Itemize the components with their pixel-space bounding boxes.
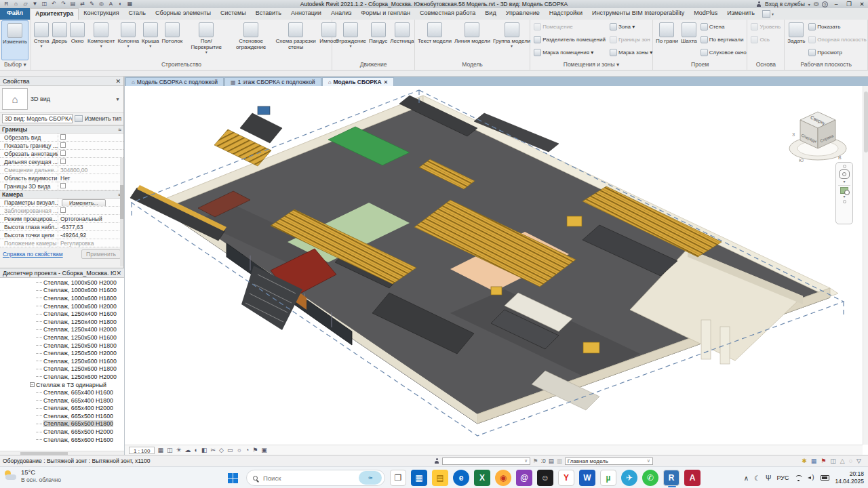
qat-icon[interactable]: ↶ xyxy=(50,1,58,7)
ribbon-tab[interactable]: Сборные элементы xyxy=(151,8,216,20)
tree-item[interactable]: Стеллаж, 665x600 H1600 xyxy=(0,436,124,444)
ribbon-button[interactable]: Слуховое окно xyxy=(698,46,749,59)
tree-collapse-box[interactable]: – xyxy=(30,382,35,387)
ribbon-button[interactable]: Дверь xyxy=(50,20,68,60)
search-input[interactable] xyxy=(262,474,355,483)
ribbon-button[interactable]: Группа модели ▾ xyxy=(492,20,532,60)
property-row[interactable]: Высота глаза набл... -6377,63 xyxy=(0,223,123,231)
ribbon-button[interactable]: Изменить xyxy=(1,20,28,60)
ribbon-button[interactable]: Помещение xyxy=(532,20,608,33)
properties-help-link[interactable]: Справка по свойствам xyxy=(3,251,63,258)
taskbar-app-icon[interactable]: ✈ xyxy=(621,470,637,486)
design-option-select[interactable]: Главная модель∨ xyxy=(565,458,653,465)
tray-chevron-icon[interactable]: ∧ xyxy=(744,474,749,482)
property-checkbox[interactable] xyxy=(60,134,66,140)
navigation-bar[interactable]: ▾ ▾ xyxy=(835,162,853,224)
view-type-select[interactable]: 3D вид: Модель СБОРКА∨ xyxy=(2,114,73,123)
view-control-icon[interactable]: ⚑ xyxy=(252,446,258,455)
ribbon-group-label[interactable]: Основа xyxy=(749,60,783,69)
tree-item[interactable]: Стеллаж, 1000x600 H1800 xyxy=(0,294,124,302)
property-row[interactable]: Границы 3D вида xyxy=(0,182,123,190)
signin-button[interactable]: Вход в службы xyxy=(765,1,805,7)
microphone-icon[interactable]: Ψ xyxy=(766,474,771,482)
signin-dropdown-icon[interactable]: ▾ xyxy=(808,2,810,7)
tree-item[interactable]: Стеллаж, 1000x600 H1600 xyxy=(0,287,124,295)
view-control-icon[interactable]: ◫ xyxy=(167,446,173,455)
volume-icon[interactable] xyxy=(808,475,815,481)
tree-item[interactable]: Стеллаж, 1250x400 H1800 xyxy=(0,318,124,326)
tree-item[interactable]: Стеллаж, 1250x600 H1800 xyxy=(0,365,124,373)
ribbon-group-label[interactable]: Проем xyxy=(654,60,746,69)
property-row[interactable]: Область видимости Нет xyxy=(0,174,123,182)
properties-close-icon[interactable]: ✕ xyxy=(115,78,121,85)
property-row[interactable]: Смещение дальне... 304800,00 xyxy=(0,166,123,174)
battery-icon[interactable] xyxy=(821,475,829,481)
ribbon-button[interactable]: Шахта xyxy=(679,20,698,60)
ribbon-group-label[interactable]: Помещения и зоны ▾ xyxy=(532,60,651,69)
taskbar-app-icon[interactable]: e xyxy=(453,470,469,486)
canvas-vertical-scrollbar[interactable] xyxy=(863,86,868,445)
qat-icon[interactable]: ↷ xyxy=(60,1,67,7)
qat-icon[interactable]: ⇄ xyxy=(79,1,86,7)
status-filter-icon[interactable]: ◌ xyxy=(849,458,852,464)
ribbon-button[interactable]: Ограждение ▾ xyxy=(334,20,368,60)
view-control-icon[interactable]: ◧ xyxy=(201,446,208,455)
view-control-icon[interactable]: ◔ xyxy=(245,446,249,455)
worksets-select[interactable]: ∨ xyxy=(442,458,530,465)
property-checkbox[interactable] xyxy=(60,207,66,213)
ribbon-tab[interactable]: Аннотации xyxy=(286,8,326,20)
view-control-icon[interactable]: ☁ xyxy=(185,446,191,455)
tree-item[interactable]: – Стеллаж в ТЗ одинарный xyxy=(0,381,124,389)
qat-icon[interactable]: A xyxy=(107,1,115,7)
taskbar-app-icon[interactable]: ❐ xyxy=(390,470,406,486)
ribbon-button[interactable]: Окно xyxy=(68,20,86,60)
navbar-settings-icon[interactable] xyxy=(843,200,846,203)
status-filter-icon[interactable]: ▽ xyxy=(856,458,861,464)
taskbar-app-icon[interactable]: ✆ xyxy=(642,470,658,486)
search-box[interactable]: ≈ xyxy=(246,470,385,486)
taskbar-app-icon[interactable]: Y xyxy=(558,470,574,486)
qat-icon[interactable]: ◫ xyxy=(41,1,48,7)
taskbar-app-icon[interactable]: @ xyxy=(516,470,532,486)
zoom-tool-icon[interactable] xyxy=(840,187,848,194)
tree-item[interactable]: Стеллаж, 1250x400 H2000 xyxy=(0,326,124,334)
property-row[interactable]: Заблокированная ... xyxy=(0,207,123,215)
zoom-dropdown-icon[interactable]: ▾ xyxy=(843,195,845,199)
ribbon-button[interactable]: Текст модели xyxy=(416,20,453,60)
edit-type-button[interactable]: Изменить тип xyxy=(85,115,121,122)
ribbon-tab[interactable]: Инструменты BIM Interoperability xyxy=(587,8,689,20)
start-button[interactable] xyxy=(224,469,241,487)
ribbon-tab[interactable]: Вставить xyxy=(251,8,286,20)
property-row[interactable]: Высота точки цели -49264,92 xyxy=(0,231,123,239)
view-cube[interactable]: Сверху Спереди Справа З Ю В xyxy=(789,112,846,163)
property-edit-button[interactable]: Изменить... xyxy=(62,199,106,206)
view-control-icon[interactable]: ◇ xyxy=(219,446,224,455)
property-checkbox[interactable] xyxy=(60,150,66,156)
steering-wheel-icon[interactable] xyxy=(839,169,850,179)
taskbar-app-icon[interactable]: ▤ xyxy=(432,470,448,486)
modify-selection-icon[interactable] xyxy=(762,10,770,18)
ribbon-button[interactable]: По грани xyxy=(654,20,679,60)
view-control-icon[interactable]: ▭ xyxy=(227,446,233,455)
close-button[interactable]: ✕ xyxy=(857,1,867,7)
ribbon-button[interactable]: Стена xyxy=(698,20,749,33)
property-row[interactable]: Показать границу ... xyxy=(0,142,123,150)
qat-icon[interactable]: R xyxy=(3,1,10,7)
ribbon-tab[interactable]: ModPlus xyxy=(689,8,722,20)
ribbon-tab[interactable]: Сталь xyxy=(124,8,151,20)
type-selector[interactable]: ⌂ 3D вид ▼ xyxy=(0,86,123,113)
taskbar-app-icon[interactable]: R xyxy=(663,470,679,486)
tree-item[interactable]: Стеллаж, 1250x500 H1600 xyxy=(0,333,124,342)
clock[interactable]: 20:18 14.04.2025 xyxy=(835,470,864,485)
scale-button[interactable]: 1 : 100 xyxy=(129,447,155,454)
view-control-icon[interactable]: ☀ xyxy=(176,446,182,455)
qat-icon[interactable]: ◐ xyxy=(117,1,124,7)
tree-item[interactable]: Стеллаж, 665x500 H1800 xyxy=(0,420,124,428)
type-selector-dropdown-icon[interactable]: ▼ xyxy=(115,97,121,102)
ribbon-button[interactable]: По вертикали xyxy=(698,33,749,46)
view-tab[interactable]: ▦ 1 этаж СБОРКА с подложкой xyxy=(224,77,321,86)
help-icon[interactable]: ? xyxy=(822,1,828,7)
property-row[interactable]: Дальняя секущая ... xyxy=(0,158,123,166)
taskbar-app-icon[interactable]: W xyxy=(579,470,595,486)
tree-item[interactable]: Стеллаж, 665x500 H1600 xyxy=(0,412,124,420)
